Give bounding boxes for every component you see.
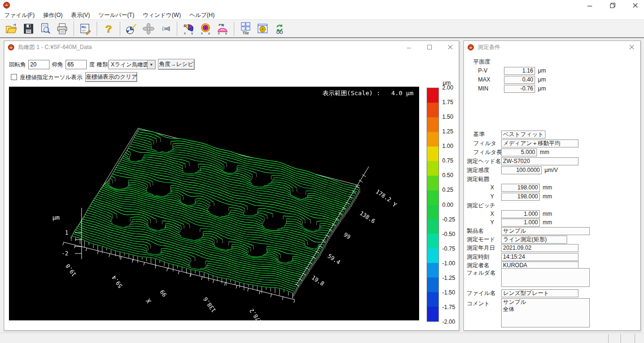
- conditions-titlebar[interactable]: 測定条件: [464, 41, 640, 53]
- view-type-value: Xライン鳥瞰図: [109, 61, 147, 69]
- fan-button[interactable]: [140, 21, 157, 37]
- menubar: ファイル(F) 操作(O) 表示(V) ツールバー(T) ウィンドウ(W) ヘル…: [0, 10, 644, 20]
- field-value: 0.40: [504, 76, 535, 84]
- maximize-button[interactable]: [426, 43, 433, 51]
- statusbar: [0, 333, 644, 343]
- bird-view-canvas[interactable]: [9, 87, 419, 320]
- clear-coordinates-button[interactable]: 座標値表示のクリア: [85, 72, 137, 82]
- field-label: X: [490, 184, 494, 192]
- field-row: 測定モード ライン測定(矩形): [464, 236, 640, 244]
- close-button[interactable]: [631, 1, 639, 9]
- menu-toolbar[interactable]: ツールバー(T): [94, 10, 139, 20]
- close-button[interactable]: [446, 43, 454, 51]
- cursor-checkbox-label: 座標値指定カーソル表示: [20, 73, 83, 82]
- menu-file[interactable]: ファイル(F): [0, 10, 39, 20]
- field-label: 測定者名: [467, 261, 489, 270]
- print-icon: [56, 23, 68, 35]
- window-title: 測定条件: [478, 43, 500, 51]
- flatness-section-label: 平面度: [473, 58, 490, 66]
- save-icon: [22, 23, 34, 35]
- minimize-button[interactable]: [586, 1, 594, 9]
- svg-text:?: ?: [106, 23, 112, 35]
- color-scale-labels: 2.001.751.501.251.000.750.500.250.00-0.2…: [427, 88, 459, 322]
- field-row: 測定年月日 2021.09.02: [464, 244, 640, 253]
- toolbar-separator: [234, 22, 234, 36]
- save-button[interactable]: [20, 21, 37, 37]
- color-scale-tick: -0.25: [442, 216, 455, 223]
- view-type-select[interactable]: Xライン鳥瞰図 ▼: [108, 60, 156, 69]
- app-icon: [3, 1, 10, 9]
- flatness-row: MIN -0.76 μm: [464, 85, 640, 93]
- restore-button[interactable]: [608, 1, 617, 9]
- menu-window[interactable]: ウィンドウ(W): [139, 10, 185, 20]
- print-button[interactable]: [54, 21, 71, 37]
- color-scale-tick: -1.25: [442, 275, 455, 281]
- field-label: 測定年月日: [467, 244, 495, 252]
- field-label: 測定時刻: [467, 253, 489, 261]
- field-unit: mm: [543, 210, 552, 218]
- field-unit: mm: [543, 184, 552, 192]
- angle-recipe-button[interactable]: 角度→レシピ: [158, 59, 195, 70]
- color-scale-tick: 1.75: [442, 99, 453, 106]
- svg-text:x: x: [184, 31, 186, 34]
- field-label: Y: [490, 219, 494, 227]
- print-preview-button[interactable]: [37, 21, 54, 37]
- field-value: [501, 268, 590, 287]
- report-button[interactable]: Re.: [77, 21, 94, 37]
- sound-icon: [159, 23, 172, 35]
- svg-text:Re.: Re.: [82, 24, 87, 29]
- color-scale-tick: 1.25: [442, 128, 453, 135]
- application-window: ファイル(F) 操作(O) 表示(V) ツールバー(T) ウィンドウ(W) ヘル…: [0, 0, 644, 343]
- menu-view[interactable]: 表示(V): [67, 10, 94, 20]
- refresh-glasses-button[interactable]: [271, 21, 288, 37]
- view-z-xy-button[interactable]: Zxy: [180, 21, 197, 37]
- elevation-input[interactable]: [66, 60, 87, 69]
- rotation-input[interactable]: [28, 60, 50, 69]
- view-r-xy-button[interactable]: ↶Rxy: [214, 21, 231, 37]
- tile-icon: [240, 22, 251, 31]
- menu-operation[interactable]: 操作(O): [39, 10, 66, 20]
- main-titlebar[interactable]: [0, 0, 644, 10]
- field-label: 測定感度: [467, 166, 489, 174]
- field-value: 14:15:24: [501, 253, 578, 261]
- dropdown-arrow-icon[interactable]: ▼: [147, 60, 155, 69]
- flatness-row: MAX 0.40 μm: [464, 76, 640, 84]
- window-circle-button[interactable]: [254, 21, 271, 37]
- field-label: フィルタ: [473, 139, 496, 147]
- bird-view-titlebar[interactable]: 鳥瞰図 1 - C:¥SF-640M_Data: [4, 41, 459, 53]
- toolbar-separator: [177, 22, 177, 36]
- coordinate-pointer-button[interactable]: [123, 21, 140, 37]
- field-row: 測定時刻 14:15:24: [464, 253, 640, 261]
- help-icon: ?: [102, 23, 115, 35]
- window-circle-icon: [256, 23, 269, 35]
- fan-icon: [142, 23, 155, 35]
- sound-button[interactable]: [157, 21, 174, 37]
- view-r-xy-icon: ↶Rxy: [216, 23, 229, 35]
- close-button[interactable]: [628, 43, 636, 51]
- field-unit: μm: [538, 67, 546, 75]
- plot-area[interactable]: [9, 87, 419, 320]
- field-label: 基準: [473, 131, 485, 139]
- help-button[interactable]: ?: [100, 21, 117, 37]
- color-scale-tick: 0.25: [442, 187, 453, 193]
- open-button[interactable]: [3, 21, 20, 37]
- menu-help[interactable]: ヘルプ(H): [185, 10, 219, 20]
- toolbar-separator: [97, 22, 97, 36]
- color-scale-tick: 0.50: [442, 172, 453, 179]
- field-row: Y 1.000 mm: [464, 219, 640, 227]
- minimize-button[interactable]: [405, 43, 413, 51]
- field-value: 198.000: [501, 184, 540, 192]
- type-label: 種類: [97, 60, 108, 69]
- svg-text:y: y: [191, 31, 193, 34]
- field-label: MIN: [478, 85, 488, 93]
- cursor-display-checkbox[interactable]: [11, 74, 17, 80]
- tile-button[interactable]: Tile: [237, 21, 254, 37]
- field-label: 測定ヘッド名: [467, 157, 501, 165]
- color-scale-tick: -1.75: [442, 304, 455, 310]
- svg-text:x: x: [201, 31, 203, 34]
- field-value: レンズ型プレート: [501, 289, 578, 297]
- view-o-xy-button[interactable]: xy: [197, 21, 214, 37]
- field-unit: mm: [540, 148, 549, 156]
- field-value: 100.0000: [501, 166, 542, 174]
- color-scale-tick: 1.00: [442, 143, 453, 149]
